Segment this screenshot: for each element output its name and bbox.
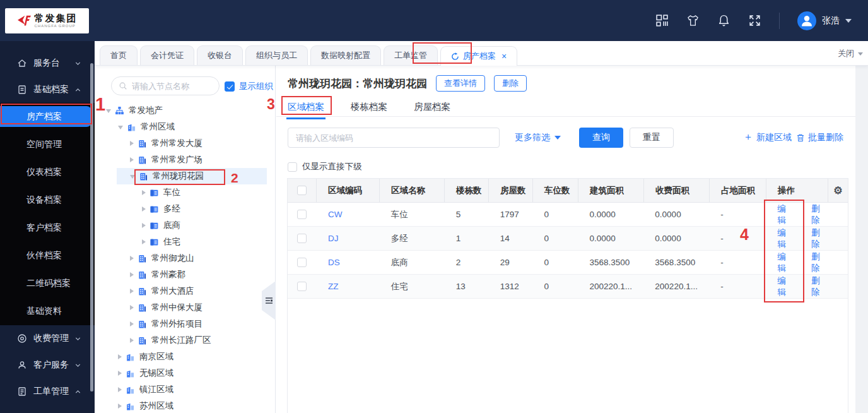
close-tab-icon[interactable]: ×	[501, 52, 507, 61]
expand-open-arrow-icon[interactable]	[118, 126, 123, 129]
sidebar-item[interactable]: 客户服务	[0, 352, 95, 378]
delete-button[interactable]: 删除	[494, 75, 527, 92]
user-menu[interactable]: 张浩	[797, 11, 852, 30]
sidebar-item[interactable]: 工单管理	[0, 378, 95, 405]
notifications-bell-icon[interactable]	[717, 14, 730, 27]
refresh-icon[interactable]	[451, 52, 459, 61]
row-delete-link[interactable]: 删除	[811, 203, 828, 226]
sidebar-subitem[interactable]: 基础资料	[0, 297, 95, 325]
expand-closed-arrow-icon[interactable]	[142, 190, 146, 195]
show-org-checkbox[interactable]	[225, 81, 235, 92]
expand-open-arrow-icon[interactable]	[106, 109, 111, 113]
view-detail-button[interactable]: 查看详情	[436, 75, 485, 92]
row-checkbox[interactable]	[297, 234, 307, 243]
tree-node[interactable]: 苏州区域	[95, 398, 274, 413]
tree-node[interactable]: 常州外拓项目	[95, 316, 274, 332]
only-direct-toggle[interactable]: 仅显示直接下级	[288, 161, 362, 172]
qrcode-icon[interactable]	[655, 14, 669, 27]
row-delete-link[interactable]: 删除	[811, 275, 828, 298]
expand-closed-arrow-icon[interactable]	[130, 321, 134, 326]
sidebar-subitem[interactable]: 二维码档案	[0, 270, 95, 297]
theme-shirt-icon[interactable]	[686, 14, 700, 27]
tree-node[interactable]: 常发地产	[95, 102, 274, 119]
expand-closed-arrow-icon[interactable]	[142, 223, 146, 228]
tree-node[interactable]: 无锡区域	[95, 365, 274, 381]
expand-closed-arrow-icon[interactable]	[118, 354, 122, 359]
expand-closed-arrow-icon[interactable]	[130, 256, 134, 261]
show-org-toggle[interactable]: 显示组织	[225, 81, 273, 92]
row-checkbox[interactable]	[297, 258, 307, 267]
expand-closed-arrow-icon[interactable]	[118, 387, 122, 392]
edit-link[interactable]: 编辑	[777, 251, 794, 274]
expand-closed-arrow-icon[interactable]	[118, 404, 122, 409]
region-code-input[interactable]	[288, 128, 500, 148]
tree-node[interactable]: 车位	[95, 184, 274, 201]
subtab-item[interactable]: 房屋档案	[414, 101, 450, 117]
tab-item[interactable]: 会计凭证	[140, 45, 194, 65]
tree-node[interactable]: 底商	[95, 217, 274, 234]
edit-link[interactable]: 编辑	[777, 227, 794, 250]
tab-active[interactable]: 房产档案×	[440, 46, 517, 66]
edit-link[interactable]: 编辑	[777, 203, 794, 226]
tree-node[interactable]: 常州中保大厦	[95, 299, 274, 316]
sidebar-subitem[interactable]: 仪表档案	[0, 159, 95, 186]
sidebar-scrollbar[interactable]	[90, 63, 93, 392]
sidebar-item[interactable]: 基础档案	[0, 76, 95, 103]
sidebar-item[interactable]: 收费管理	[0, 325, 95, 352]
row-checkbox[interactable]	[297, 210, 307, 219]
expand-open-arrow-icon[interactable]	[130, 175, 135, 179]
tab-item[interactable]: 组织与员工	[245, 45, 308, 65]
row-checkbox[interactable]	[297, 282, 307, 291]
expand-closed-arrow-icon[interactable]	[118, 371, 122, 376]
batch-delete-button[interactable]: 批量删除	[796, 132, 843, 143]
fullscreen-icon[interactable]	[748, 14, 761, 27]
expand-closed-arrow-icon[interactable]	[130, 157, 134, 162]
tree-node[interactable]: 常州大酒店	[95, 283, 274, 299]
tree-node[interactable]: 南京区域	[95, 349, 274, 365]
subtab-active[interactable]: 区域档案	[288, 101, 324, 117]
tree-node[interactable]: 常州常发大厦	[95, 135, 274, 152]
region-code-link[interactable]: DS	[328, 258, 340, 267]
tree-node[interactable]: 常州常发广场	[95, 152, 274, 168]
tree-node[interactable]: 镇江区域	[95, 381, 274, 398]
expand-closed-arrow-icon[interactable]	[130, 272, 134, 277]
only-direct-checkbox[interactable]	[288, 162, 297, 172]
expand-closed-arrow-icon[interactable]	[142, 206, 146, 212]
region-code-link[interactable]: CW	[328, 210, 343, 219]
expand-closed-arrow-icon[interactable]	[130, 289, 134, 294]
select-all-checkbox[interactable]	[297, 186, 307, 195]
sidebar-item[interactable]: 服务台	[0, 50, 95, 76]
tab-item[interactable]: 工单监管	[384, 45, 438, 65]
tree-node[interactable]: 常州长江路厂区	[95, 332, 274, 349]
expand-closed-arrow-icon[interactable]	[130, 141, 134, 146]
sidebar-subitem[interactable]: 客户档案	[0, 214, 95, 242]
tree-node[interactable]: 常州御龙山	[95, 250, 274, 266]
tab-item[interactable]: 数据映射配置	[310, 45, 381, 65]
sidebar-subitem[interactable]: 设备档案	[0, 186, 95, 214]
expand-closed-arrow-icon[interactable]	[142, 239, 146, 244]
tree-node[interactable]: 多经	[95, 201, 274, 217]
sidebar-subitem[interactable]: 房产档案	[0, 103, 95, 131]
region-code-link[interactable]: DJ	[328, 234, 339, 243]
tab-item[interactable]: 首页	[100, 45, 138, 65]
tab-item[interactable]: 收银台	[197, 45, 243, 65]
sidebar-subitem[interactable]: 伙伴档案	[0, 242, 95, 270]
tree-node[interactable]: 常州珑玥花园	[95, 168, 274, 184]
row-delete-link[interactable]: 删除	[811, 251, 828, 274]
expand-closed-arrow-icon[interactable]	[130, 305, 134, 310]
subtab-item[interactable]: 楼栋档案	[351, 101, 387, 117]
more-filters-button[interactable]: 更多筛选	[515, 132, 561, 143]
expand-closed-arrow-icon[interactable]	[130, 338, 134, 343]
tree-node[interactable]: 常州豪郡	[95, 266, 274, 283]
tree-search-input[interactable]	[132, 81, 212, 91]
tree-node[interactable]: 常州区域	[95, 119, 274, 135]
edit-link[interactable]: 编辑	[777, 275, 794, 298]
gear-icon[interactable]: ⚙	[833, 186, 842, 196]
close-tabs-menu[interactable]: 关闭	[838, 48, 863, 59]
tree-node[interactable]: 住宅	[95, 234, 274, 250]
query-button[interactable]: 查询	[579, 128, 623, 148]
region-code-link[interactable]: ZZ	[328, 282, 339, 291]
row-delete-link[interactable]: 删除	[811, 227, 828, 250]
create-region-button[interactable]: ＋ 新建区域	[743, 132, 792, 143]
sidebar-subitem[interactable]: 空间管理	[0, 131, 95, 159]
